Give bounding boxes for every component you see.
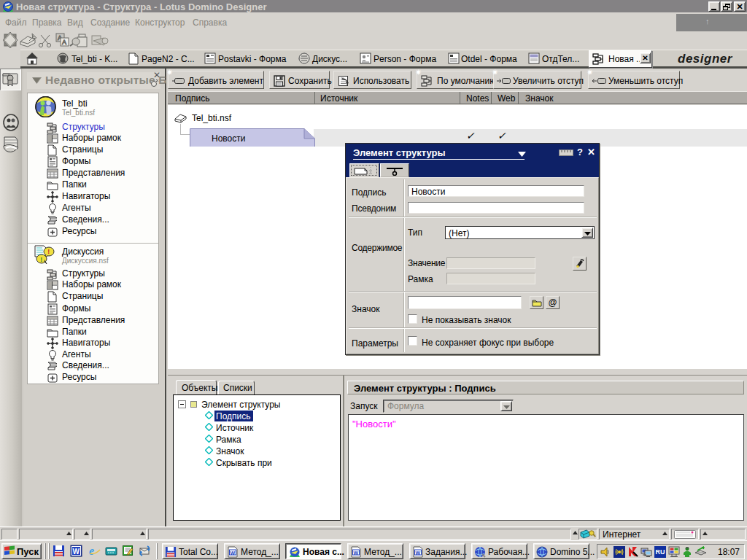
svg-text:A: A [62,39,66,46]
svg-text:!: ! [47,248,50,255]
svg-text:W: W [73,548,80,556]
svg-text:W: W [354,551,359,556]
svg-text:!: ! [40,256,42,263]
svg-text:W: W [231,551,236,556]
svg-text:e: e [89,545,94,557]
svg-text:W: W [416,551,421,556]
